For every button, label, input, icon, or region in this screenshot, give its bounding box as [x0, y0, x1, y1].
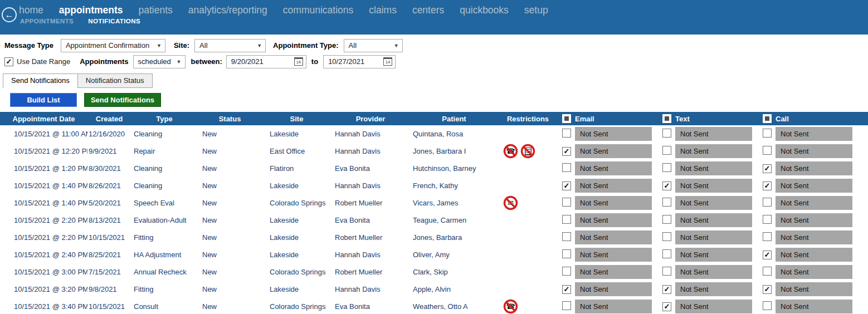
- nav-item-centers[interactable]: centers: [412, 4, 444, 16]
- col-header-call[interactable]: Call: [776, 115, 868, 123]
- call-status-badge: Not Sent: [776, 144, 852, 158]
- nav-item-home[interactable]: home: [19, 4, 43, 16]
- email-row-checkbox[interactable]: ✓: [562, 285, 571, 294]
- tab-send-notifications[interactable]: Send Notifications: [3, 73, 78, 88]
- col-header-site[interactable]: Site: [262, 115, 331, 123]
- email-row-checkbox[interactable]: ✓: [562, 181, 571, 190]
- email-row-checkbox[interactable]: [562, 249, 571, 258]
- back-button[interactable]: ←: [2, 7, 17, 22]
- col-header-patient[interactable]: Patient: [409, 115, 499, 123]
- text-row-checkbox[interactable]: [662, 267, 671, 276]
- col-header-restrictions[interactable]: Restrictions: [499, 115, 557, 123]
- col-header-appointment-date[interactable]: Appointment Date: [0, 115, 87, 123]
- text-row-checkbox[interactable]: [662, 146, 671, 155]
- appointments-status-value: scheduled: [138, 57, 171, 66]
- col-header-status[interactable]: Status: [198, 115, 262, 123]
- text-row-checkbox[interactable]: [662, 249, 671, 258]
- nav-item-analytics-reporting[interactable]: analytics/reporting: [188, 4, 267, 16]
- call-row-checkbox[interactable]: [763, 232, 772, 241]
- col-header-text[interactable]: Text: [675, 115, 758, 123]
- call-row-checkbox[interactable]: [763, 198, 772, 207]
- call-status-badge: Not Sent: [776, 230, 852, 244]
- email-row-checkbox[interactable]: [562, 163, 571, 172]
- call-row-checkbox[interactable]: [763, 267, 772, 276]
- email-row-checkbox[interactable]: [562, 267, 571, 276]
- site-dropdown[interactable]: All ▼: [194, 39, 266, 52]
- cell-type: HA Adjustment: [131, 251, 198, 259]
- col-header-type[interactable]: Type: [131, 115, 198, 123]
- col-header-email[interactable]: Email: [575, 115, 657, 123]
- table-row: 10/15/2021 @ 3:40 PM 10/15/2021 Consult …: [0, 298, 868, 314]
- build-list-button[interactable]: Build List: [10, 93, 77, 107]
- cell-site: Lakeside: [262, 130, 331, 138]
- cell-patient: Teague, Carmen: [409, 216, 499, 224]
- cell-provider: Robert Mueller: [331, 199, 409, 207]
- nav-item-appointments[interactable]: appointments: [59, 4, 123, 16]
- col-header-provider[interactable]: Provider: [331, 115, 409, 123]
- cell-provider: Hannah Davis: [331, 181, 409, 190]
- cell-site: Colorado Springs: [262, 268, 331, 276]
- date-from-value: 9/20/2021: [231, 57, 264, 66]
- text-row-checkbox[interactable]: [662, 129, 671, 138]
- call-select-all-checkbox[interactable]: [763, 114, 772, 123]
- call-row-checkbox[interactable]: ✓: [763, 164, 772, 173]
- cell-patient: Jones, Barbara: [409, 233, 499, 242]
- cell-status: New: [198, 268, 262, 276]
- cell-status: New: [198, 251, 262, 259]
- text-row-checkbox[interactable]: ✓: [662, 302, 671, 311]
- message-type-dropdown[interactable]: Appointment Confirmation ▼: [61, 39, 165, 52]
- call-row-checkbox[interactable]: ✓: [763, 285, 772, 294]
- email-row-checkbox[interactable]: [562, 215, 571, 224]
- call-row-checkbox[interactable]: [763, 146, 772, 155]
- email-row-checkbox[interactable]: [562, 301, 571, 310]
- email-row-checkbox[interactable]: [562, 232, 571, 241]
- cell-type: Annual Recheck: [131, 268, 198, 276]
- call-row-checkbox[interactable]: [763, 129, 772, 138]
- text-row-checkbox[interactable]: [662, 232, 671, 241]
- text-select-all-checkbox[interactable]: [662, 114, 671, 123]
- cell-appointment-date: 10/15/2021 @ 3:40 PM: [0, 302, 87, 311]
- tab-notification-status[interactable]: Notification Status: [78, 73, 153, 88]
- call-row-checkbox[interactable]: [763, 301, 772, 310]
- email-row-checkbox[interactable]: [562, 198, 571, 207]
- subnav-item-appointments[interactable]: APPOINTMENTS: [20, 18, 74, 24]
- subnav-item-notifications[interactable]: NOTIFICATIONS: [88, 18, 140, 24]
- cell-provider: Hannah Davis: [331, 251, 409, 259]
- calendar-icon[interactable]: 14: [383, 57, 392, 66]
- email-select-all-checkbox[interactable]: [562, 114, 571, 123]
- nav-item-communications[interactable]: communications: [283, 4, 353, 16]
- table-row: 10/15/2021 @ 12:20 PM 9/9/2021 Repair Ne…: [0, 143, 868, 160]
- call-status-badge: Not Sent: [776, 161, 852, 175]
- appointments-status-dropdown[interactable]: scheduled ▼: [133, 55, 186, 68]
- cell-provider: Robert Mueller: [331, 233, 409, 242]
- appointment-type-dropdown[interactable]: All ▼: [344, 39, 403, 52]
- send-notifications-button[interactable]: Send Notifications: [84, 93, 161, 107]
- call-row-checkbox[interactable]: ✓: [763, 181, 772, 190]
- col-header-created[interactable]: Created: [87, 115, 131, 123]
- cell-created: 5/20/2021: [87, 199, 131, 207]
- chevron-down-icon: ▼: [394, 43, 399, 48]
- email-row-checkbox[interactable]: ✓: [562, 147, 571, 156]
- text-row-checkbox[interactable]: ✓: [662, 285, 671, 294]
- date-to-input[interactable]: 10/27/2021 14: [323, 55, 396, 68]
- text-row-checkbox[interactable]: [662, 198, 671, 207]
- text-status-badge: Not Sent: [675, 230, 752, 244]
- text-row-checkbox[interactable]: ✓: [662, 181, 671, 190]
- text-row-checkbox[interactable]: [662, 163, 671, 172]
- use-date-range-checkbox[interactable]: ✓: [4, 57, 13, 66]
- date-from-input[interactable]: 9/20/2021 14: [226, 55, 306, 68]
- nav-item-setup[interactable]: setup: [524, 4, 548, 16]
- email-row-checkbox[interactable]: [562, 129, 571, 138]
- nav-item-claims[interactable]: claims: [369, 4, 397, 16]
- cell-site: Colorado Springs: [262, 199, 331, 207]
- call-row-checkbox[interactable]: [763, 215, 772, 224]
- call-row-checkbox[interactable]: ✓: [763, 251, 772, 259]
- nav-item-patients[interactable]: patients: [139, 4, 173, 16]
- text-row-checkbox[interactable]: [662, 215, 671, 224]
- cell-status: New: [198, 181, 262, 190]
- calendar-icon[interactable]: 14: [294, 57, 303, 66]
- email-status-badge: Not Sent: [575, 196, 652, 210]
- main-nav: home appointments patients analytics/rep…: [0, 0, 868, 16]
- table-body: 10/15/2021 @ 11:00 AM 12/16/2020 Cleanin…: [0, 125, 868, 314]
- nav-item-quickbooks[interactable]: quickbooks: [460, 4, 509, 16]
